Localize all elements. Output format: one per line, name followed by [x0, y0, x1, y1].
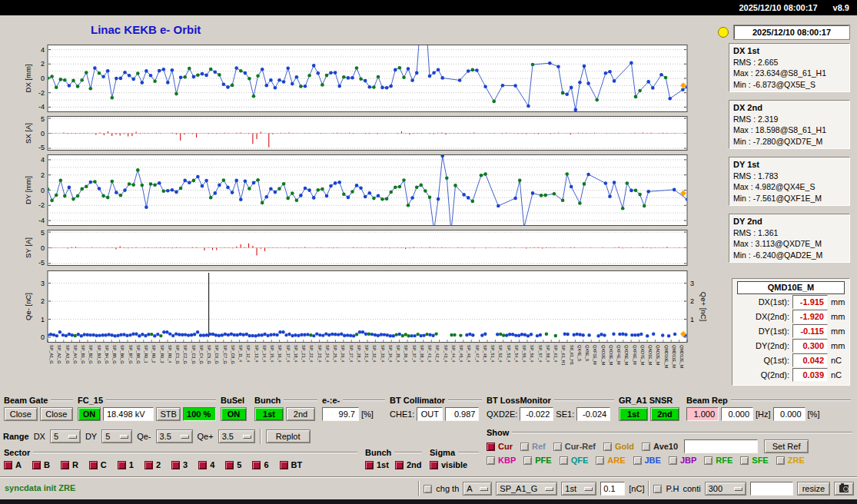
show-toggle-ave10-checkbox[interactable] — [642, 443, 650, 451]
bpm-select[interactable]: SP_A1_G — [496, 482, 557, 496]
sector-toggle-bt[interactable]: BT — [280, 460, 303, 469]
se1-readout: -0.024 — [576, 407, 610, 421]
show-toggle-gold-checkbox[interactable] — [603, 443, 612, 451]
range-qem-select[interactable]: 3.5 — [156, 429, 193, 443]
show-toggle-sfe-checkbox[interactable] — [740, 456, 749, 465]
sector-toggle-r[interactable]: R — [61, 460, 78, 469]
sector-toggle-2[interactable]: 2 — [144, 460, 161, 469]
show-toggle-jbe[interactable]: JBE — [633, 456, 661, 465]
show-toggle-gold[interactable]: Gold — [603, 442, 634, 451]
range-dx-select[interactable]: 5 — [50, 429, 81, 443]
sector-toggle-3-checkbox[interactable] — [171, 461, 180, 469]
bunch-toggle-1st-checkbox[interactable] — [365, 461, 374, 469]
fc15-stb-button[interactable]: STB — [156, 407, 181, 421]
bpm-label: SP_C7_G — [223, 345, 228, 389]
beam-gate-close-button-1[interactable]: Close — [4, 407, 38, 421]
bunch-toggle-1st[interactable]: 1st — [365, 460, 389, 469]
set-ref-input[interactable] — [684, 439, 758, 453]
show-toggle-jbp-checkbox[interactable] — [669, 456, 677, 465]
sector-toggle-5[interactable]: 5 — [225, 460, 241, 469]
show-toggle-qfe[interactable]: QFE — [560, 456, 589, 465]
sigma-toggle-visible[interactable]: visible — [430, 460, 467, 469]
show-toggle-pfe[interactable]: PFE — [523, 456, 551, 465]
replot-button[interactable]: Replot — [266, 429, 311, 443]
sector-toggle-c-checkbox[interactable] — [89, 461, 98, 469]
bpm-label: SP_C4_G — [199, 345, 204, 389]
fc15-on-button[interactable]: ON — [78, 407, 101, 421]
bpm-label: QXD5E_M — [624, 345, 629, 389]
sector-toggle-4[interactable]: 4 — [198, 460, 214, 469]
show-toggle-rfe[interactable]: RFE — [704, 456, 732, 465]
show-toggle-cur-checkbox[interactable] — [487, 443, 495, 451]
sector-toggle-1[interactable]: 1 — [118, 460, 134, 469]
show-toggle-kbp-checkbox[interactable] — [487, 456, 495, 465]
set-ref-button[interactable]: Set Ref — [764, 439, 809, 453]
sector-toggle-b[interactable]: B — [32, 460, 50, 469]
bunch-select[interactable]: 1st — [561, 482, 596, 496]
threshold-input[interactable] — [600, 482, 625, 496]
show-toggle-cur-ref-checkbox[interactable] — [553, 443, 562, 451]
sigma-label: Sigma — [430, 448, 455, 457]
snapshot-button[interactable] — [834, 482, 854, 496]
bunch-toggle-2nd[interactable]: 2nd — [395, 460, 422, 469]
sector-toggle-r-checkbox[interactable] — [61, 461, 69, 469]
sector-toggle-4-checkbox[interactable] — [198, 461, 207, 469]
dx-orbit-chart: 420-2-4DX [mm] — [22, 45, 707, 112]
sector-toggle-a-checkbox[interactable] — [4, 461, 12, 469]
sector-toggle-b-checkbox[interactable] — [32, 461, 41, 469]
divider — [51, 400, 73, 401]
show-toggle-zre-checkbox[interactable] — [776, 456, 785, 465]
ph-checkbox[interactable] — [653, 485, 662, 493]
sector-toggle-1-checkbox[interactable] — [118, 461, 126, 469]
svg-text:0: 0 — [41, 75, 45, 82]
bpm-label: QX4E_S — [577, 345, 582, 389]
beam-gate-close-button-2[interactable]: Close — [40, 407, 74, 421]
show-toggle-jbp[interactable]: JBP — [669, 456, 696, 465]
bpm-label: SP_58_4 — [546, 345, 550, 389]
show-toggle-sfe[interactable]: SFE — [740, 456, 768, 465]
bunch-toggle-2nd-checkbox[interactable] — [395, 461, 404, 469]
bpm-label: SP_R0_2 — [151, 345, 156, 389]
show-toggle-are[interactable]: ARE — [596, 456, 625, 465]
show-toggle-are-checkbox[interactable] — [596, 456, 604, 465]
show-toggle-ref[interactable]: Ref — [520, 442, 546, 451]
sector-label: Sector — [4, 448, 30, 457]
aux-input[interactable] — [750, 482, 793, 496]
show-toggle-rfe-checkbox[interactable] — [704, 456, 713, 465]
range-dy-select[interactable]: 5 — [101, 429, 132, 443]
show-panel: Show CurRefCur-RefGoldAve10 Set Ref KBPP… — [484, 427, 855, 473]
bunch-1st-button[interactable]: 1st — [254, 407, 284, 421]
sector-toggle-6-checkbox[interactable] — [252, 461, 261, 469]
sector-toggle-6[interactable]: 6 — [252, 460, 268, 469]
busel-on-button[interactable]: ON — [221, 407, 247, 421]
show-toggle-cur-ref[interactable]: Cur-Ref — [553, 442, 596, 451]
gr-snsr-1st-button[interactable]: 1st — [619, 407, 648, 421]
ph-label: P.H — [666, 484, 679, 493]
sector-toggle-5-checkbox[interactable] — [225, 461, 234, 469]
sigma-toggle-visible-checkbox[interactable] — [430, 461, 438, 469]
sector-toggle-a[interactable]: A — [4, 460, 22, 469]
show-toggle-jbe-checkbox[interactable] — [633, 456, 642, 465]
show-toggle-kbp[interactable]: KBP — [487, 456, 516, 465]
sector-toggle-3[interactable]: 3 — [171, 460, 188, 469]
repeat-count-select[interactable]: 300 — [705, 482, 746, 496]
show-toggle-ave10[interactable]: Ave10 — [642, 442, 678, 451]
resize-button[interactable]: resize — [797, 482, 830, 496]
sector-toggle-bt-checkbox[interactable] — [280, 461, 288, 469]
chg-th-checkbox[interactable] — [424, 485, 432, 493]
show-toggle-cur[interactable]: Cur — [487, 442, 513, 451]
bunch-2nd-button[interactable]: 2nd — [286, 407, 315, 421]
fc15-duty-readout: 100 % — [183, 407, 216, 421]
sector-toggle-c[interactable]: C — [89, 460, 107, 469]
range-qep-select[interactable]: 3.5 — [218, 429, 255, 443]
show-toggle-ref-checkbox[interactable] — [520, 443, 529, 451]
divider — [554, 400, 614, 401]
timestamp-box: 2025/12/10 08:00:17 — [734, 25, 849, 39]
show-toggle-pfe-checkbox[interactable] — [523, 456, 532, 465]
bpm-label: QXF4E_M — [616, 345, 621, 389]
gr-snsr-2nd-button[interactable]: 2nd — [650, 407, 679, 421]
section-select[interactable]: A — [463, 482, 492, 496]
show-toggle-zre[interactable]: ZRE — [776, 456, 805, 465]
show-toggle-qfe-checkbox[interactable] — [560, 456, 568, 465]
sector-toggle-2-checkbox[interactable] — [144, 461, 153, 469]
